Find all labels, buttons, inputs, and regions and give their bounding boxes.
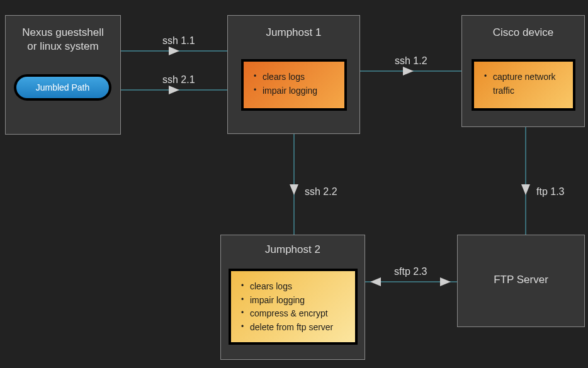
node-nexus-title-line1: Nexus guestshell [22, 26, 103, 38]
node-ftp: FTP Server [457, 235, 585, 327]
jumphost2-action-4: delete from ftp server [239, 321, 349, 335]
edge-label-ssh-2-1: ssh 2.1 [162, 74, 195, 86]
actionbox-jumphost1: clears logs impair logging [241, 59, 347, 111]
arrow-ssh-2-2 [290, 184, 298, 195]
cisco-action-1: capture network traffic [482, 70, 567, 98]
arrow-ssh-1-1 [169, 47, 179, 55]
node-jumphost2-title: Jumphost 2 [221, 235, 365, 264]
node-jumphost1-title: Jumphost 1 [228, 16, 359, 47]
jumphost1-action-1: clears logs [251, 70, 338, 84]
actionbox-jumphost2: clears logs impair logging compress & en… [229, 269, 358, 345]
arrow-ssh-2-1 [169, 86, 179, 94]
edge-label-sftp-2-3: sftp 2.3 [394, 266, 427, 277]
arrow-sftp-2-3-left [370, 277, 381, 286]
jumphost2-action-3: compress & encrypt [239, 307, 349, 321]
node-ftp-title: FTP Server [458, 235, 584, 294]
edge-label-ftp-1-3: ftp 1.3 [536, 186, 564, 198]
diagram-canvas: ssh 1.1 ssh 2.1 ssh 1.2 ssh 2.2 ftp 1.3 … [0, 0, 588, 368]
node-cisco-title: Cisco device [462, 16, 584, 47]
actionbox-cisco: capture network traffic [472, 59, 575, 111]
node-nexus-title-line2: or linux system [27, 40, 98, 52]
edge-label-ssh-2-2: ssh 2.2 [305, 186, 337, 198]
jumphost2-action-2: impair logging [239, 294, 349, 308]
arrow-ftp-1-3 [521, 184, 530, 195]
edge-label-ssh-1-1: ssh 1.1 [162, 35, 195, 47]
pill-jumbled-path: Jumbled Path [14, 74, 111, 101]
jumphost2-action-1: clears logs [239, 280, 349, 294]
node-nexus-title: Nexus guestshell or linux system [6, 16, 120, 61]
jumphost1-action-2: impair logging [251, 84, 338, 98]
edge-label-ssh-1-2: ssh 1.2 [395, 55, 427, 67]
arrow-sftp-2-3-right [440, 277, 451, 286]
arrow-ssh-1-2 [403, 67, 414, 75]
